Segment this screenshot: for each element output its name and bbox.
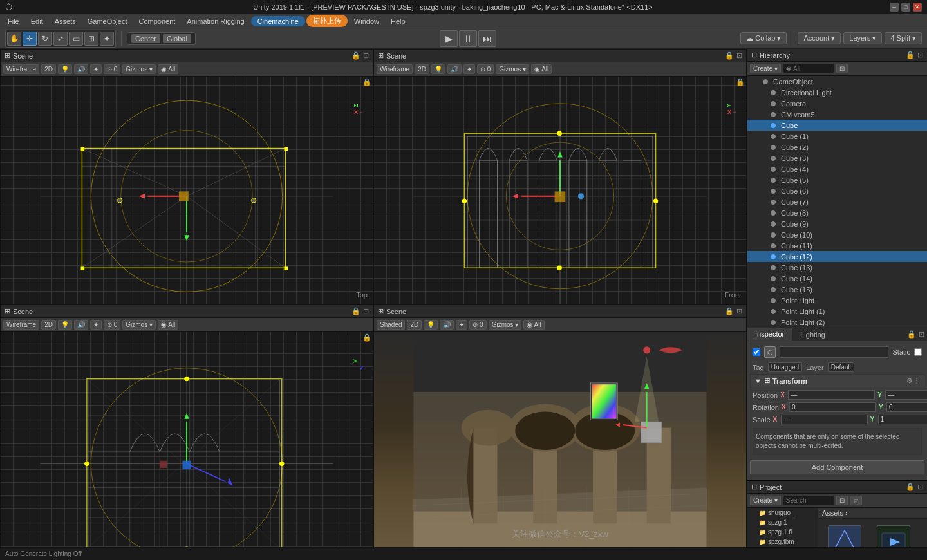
hierarchy-item[interactable]: GameObject: [747, 76, 927, 87]
transform-settings-btn-1[interactable]: ⚙: [906, 377, 912, 384]
2d-btn-tl[interactable]: 2D: [41, 64, 56, 74]
add-component-button[interactable]: Add Component: [750, 460, 924, 474]
scale-y-input[interactable]: [878, 415, 927, 424]
hierarchy-max-btn[interactable]: ⊡: [917, 51, 923, 59]
hierarchy-item[interactable]: Cube (8): [747, 207, 927, 218]
scale-x-input[interactable]: [781, 415, 868, 424]
search-all-tl[interactable]: ◉ All: [158, 64, 178, 74]
proj-max[interactable]: ⊡: [917, 483, 923, 491]
menu-gameobject[interactable]: GameObject: [82, 16, 133, 26]
view-options-br[interactable]: ⊙ 0: [469, 320, 486, 330]
tree-item[interactable]: 📁spzg 1.fl: [747, 527, 818, 537]
tag-dropdown[interactable]: Untagged: [768, 362, 802, 372]
hierarchy-item[interactable]: Cube (9): [747, 218, 927, 229]
hierarchy-item[interactable]: Point Light (2): [747, 317, 927, 328]
proj-search[interactable]: [783, 496, 834, 505]
scene-max-tl[interactable]: ⊡: [363, 51, 369, 60]
scene-lock-bl[interactable]: 🔒: [351, 307, 360, 315]
hierarchy-item[interactable]: Cube (13): [747, 262, 927, 273]
transform-settings-btn-2[interactable]: ⋮: [913, 377, 920, 384]
scene-view-bottom-left[interactable]: ⊞ Scene 🔒 ⊡ Wireframe 2D 💡 🔊 ✦ ⊙ 0 Gizmo…: [0, 304, 373, 560]
proj-filter[interactable]: ⊡: [836, 496, 848, 505]
2d-btn-bl[interactable]: 2D: [41, 320, 56, 330]
menu-component[interactable]: Component: [133, 16, 180, 26]
hierarchy-item[interactable]: Cube (3): [747, 153, 927, 163]
scene-view-top-right[interactable]: ⊞ Scene 🔒 ⊡ Wireframe 2D 💡 🔊 ✦ ⊙ 0 Gizmo…: [373, 49, 747, 304]
menu-upload[interactable]: 拓扑上传: [306, 15, 348, 27]
step-button[interactable]: ⏭: [478, 30, 496, 47]
tree-item[interactable]: 📁spzg.fbm: [747, 537, 818, 546]
static-checkbox[interactable]: [914, 348, 922, 356]
layout-button[interactable]: 4 Split ▾: [885, 32, 922, 44]
hierarchy-item[interactable]: Cube (6): [747, 185, 927, 196]
layers-button[interactable]: Layers ▾: [843, 32, 882, 44]
pos-y-input[interactable]: [885, 390, 927, 400]
menu-help[interactable]: Help: [386, 16, 411, 26]
scene-max-bl[interactable]: ⊡: [363, 307, 369, 315]
scene-lock-tl[interactable]: 🔒: [351, 51, 360, 60]
obj-active-checkbox[interactable]: [753, 348, 760, 356]
hierarchy-item[interactable]: Cube (5): [747, 174, 927, 185]
search-all-br[interactable]: ◉ All: [523, 320, 544, 330]
hierarchy-item[interactable]: CM vcam5: [747, 109, 927, 120]
inspector-lock-btn[interactable]: 🔒: [907, 330, 916, 339]
gizmos-br[interactable]: Gizmos ▾: [489, 320, 522, 330]
hierarchy-item[interactable]: Point Light: [747, 295, 927, 306]
audio-btn-bl[interactable]: 🔊: [74, 320, 88, 330]
audio-btn-tl[interactable]: 🔊: [74, 64, 88, 74]
scene-view-top-left[interactable]: ⊞ Scene 🔒 ⊡ Wireframe 2D 💡 🔊 ✦ ⊙ 0 Gizmo…: [0, 49, 373, 304]
scene-view-bottom-right[interactable]: ⊞ Scene 🔒 ⊡ Shaded 2D 💡 🔊 ✦ ⊙ 0 Gizmos ▾…: [373, 304, 747, 560]
layer-dropdown[interactable]: Default: [828, 362, 855, 372]
gizmos-bl[interactable]: Gizmos ▾: [122, 320, 156, 330]
fx-btn-bl[interactable]: ✦: [90, 320, 102, 330]
rect-tool[interactable]: ▭: [69, 32, 83, 46]
hierarchy-filter-btn[interactable]: ⊡: [836, 64, 848, 73]
scene-lock-br[interactable]: 🔒: [725, 307, 734, 315]
view-options-bl[interactable]: ⊙ 0: [104, 320, 120, 330]
rot-x-input[interactable]: [789, 402, 876, 412]
move-tool[interactable]: ✛: [23, 32, 37, 46]
tab-lighting[interactable]: Lighting: [792, 330, 833, 340]
wireframe-canvas-tr[interactable]: X→ Y Front 🔒: [374, 77, 746, 304]
scene-lock-tr[interactable]: 🔒: [725, 51, 734, 60]
search-all-tr[interactable]: ◉ All: [531, 64, 552, 74]
view-options-tl[interactable]: ⊙ 0: [104, 64, 120, 74]
fx-btn-tr[interactable]: ✦: [464, 64, 475, 74]
custom-tool[interactable]: ✦: [100, 32, 114, 46]
hierarchy-item[interactable]: Cube (12): [747, 251, 927, 262]
play-button[interactable]: ▶: [440, 30, 458, 47]
menu-window[interactable]: Window: [349, 16, 384, 26]
transform-component-header[interactable]: ▼ ⊞ Transform ⚙ ⋮: [750, 374, 924, 387]
lighting-btn-br[interactable]: 💡: [424, 320, 438, 330]
tree-item[interactable]: 📁spzg 1: [747, 518, 818, 527]
center-toggle[interactable]: Center: [131, 34, 160, 43]
rot-y-input[interactable]: [886, 402, 927, 412]
lighting-btn-tr[interactable]: 💡: [431, 64, 445, 74]
audio-btn-br[interactable]: 🔊: [440, 320, 454, 330]
audio-btn-tr[interactable]: 🔊: [447, 64, 462, 74]
maximize-button[interactable]: □: [901, 3, 910, 12]
account-button[interactable]: Account ▾: [798, 32, 841, 44]
menu-animation-rigging[interactable]: Animation Rigging: [182, 16, 249, 26]
proj-lock[interactable]: 🔒: [906, 483, 915, 491]
transform-tool[interactable]: ⊞: [84, 32, 98, 46]
shaded-btn-br[interactable]: Shaded: [377, 320, 405, 330]
wireframe-canvas-bl[interactable]: Z Y Right 🔒: [1, 332, 373, 559]
hierarchy-item[interactable]: Cube (14): [747, 273, 927, 284]
menu-assets[interactable]: Assets: [50, 16, 81, 26]
hierarchy-item[interactable]: Camera: [747, 98, 927, 109]
hierarchy-create-btn[interactable]: Create ▾: [750, 64, 781, 73]
hierarchy-item[interactable]: Point Light (1): [747, 306, 927, 317]
2d-btn-tr[interactable]: 2D: [415, 64, 429, 74]
wireframe-btn-bl[interactable]: Wireframe: [3, 320, 39, 330]
scene-max-br[interactable]: ⊡: [736, 307, 742, 315]
tree-item[interactable]: 📁shuiguo_: [747, 508, 818, 518]
scale-tool[interactable]: ⤢: [53, 32, 68, 46]
scene-max-tr[interactable]: ⊡: [736, 51, 742, 60]
hierarchy-item[interactable]: Cube (2): [747, 142, 927, 153]
close-button[interactable]: ✕: [913, 3, 922, 12]
global-toggle[interactable]: Global: [163, 34, 191, 43]
lighting-btn-tl[interactable]: 💡: [58, 64, 72, 74]
search-all-bl[interactable]: ◉ All: [158, 320, 178, 330]
hand-tool[interactable]: ✋: [7, 32, 21, 46]
